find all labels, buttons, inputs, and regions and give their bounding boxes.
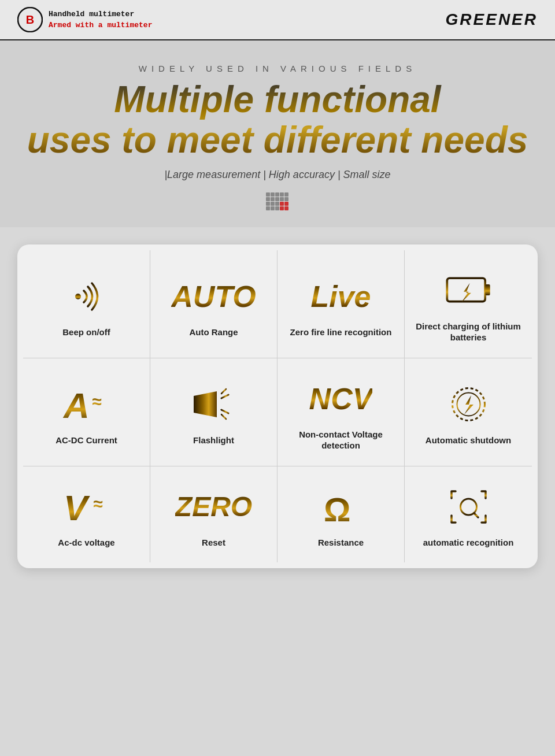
flashlight-icon	[188, 381, 240, 428]
feature-auto-shutdown: Automatic shutdown	[405, 358, 532, 466]
feature-flashlight-label: Flashlight	[193, 435, 234, 446]
svg-text:≈: ≈	[92, 392, 102, 411]
svg-line-18	[474, 513, 478, 517]
svg-text:V: V	[64, 488, 90, 527]
acdc-current-icon: A ≈	[61, 381, 113, 428]
logo-icon: B	[17, 7, 43, 32]
hero-subtitle: WIDELY USED IN VARIOUS FIELDS	[12, 64, 543, 73]
feature-ncv-label: Non-contact Voltage detection	[286, 429, 395, 451]
resistance-icon: Ω	[319, 484, 362, 530]
svg-line-10	[221, 389, 226, 394]
features-card: Beep on/off AUTO Auto Range Live Zero fi…	[17, 244, 538, 569]
svg-text:Ω: Ω	[324, 491, 351, 527]
header-tagline: Handheld multimeter Armed with a multime…	[49, 9, 152, 31]
svg-line-11	[221, 414, 226, 419]
svg-point-2	[75, 294, 81, 299]
acdc-voltage-icon: V ≈	[61, 484, 113, 530]
feature-auto-recog-label: automatic recognition	[423, 537, 514, 549]
header: B Handheld multimeter Armed with a multi…	[0, 0, 555, 40]
svg-text:B: B	[26, 13, 34, 26]
feature-battery: Direct charging of lithium batteries	[405, 250, 532, 358]
feature-battery-label: Direct charging of lithium batteries	[413, 321, 523, 343]
feature-acdc-current-label: AC-DC Current	[56, 435, 117, 446]
header-left: B Handheld multimeter Armed with a multi…	[17, 7, 152, 32]
hero-tagline: |Large measurement | High accuracy | Sma…	[12, 169, 543, 181]
feature-flashlight: Flashlight	[150, 358, 278, 466]
hero-section: WIDELY USED IN VARIOUS FIELDS Multiple f…	[0, 40, 555, 227]
feature-live: Live Zero fire line recognition	[278, 250, 405, 358]
feature-acdc-voltage-label: Ac-dc voltage	[58, 537, 114, 549]
svg-text:A: A	[62, 386, 90, 425]
feature-auto-shutdown-label: Automatic shutdown	[426, 435, 511, 446]
feature-beep-label: Beep on/off	[62, 327, 110, 338]
feature-resistance-label: Resistance	[318, 537, 364, 549]
feature-live-label: Zero fire line recognition	[290, 327, 392, 338]
feature-auto-range-label: Auto Range	[189, 327, 238, 338]
beep-icon	[66, 273, 107, 320]
feature-auto-range: AUTO Auto Range	[150, 250, 278, 358]
svg-text:≈: ≈	[93, 494, 103, 513]
auto-range-icon: AUTO	[171, 273, 256, 320]
feature-ncv: NCV Non-contact Voltage detection	[278, 358, 405, 466]
grid-decoration	[266, 192, 289, 216]
feature-beep: Beep on/off	[23, 250, 150, 358]
brand-name: GREENER	[446, 10, 538, 29]
ncv-icon: NCV	[309, 376, 373, 422]
battery-icon	[444, 268, 493, 314]
svg-line-9	[221, 410, 228, 413]
features-grid: Beep on/off AUTO Auto Range Live Zero fi…	[23, 250, 532, 563]
feature-auto-recog: automatic recognition	[405, 466, 532, 563]
reset-icon: ZERO	[175, 484, 252, 530]
feature-reset: ZERO Reset	[150, 466, 278, 563]
auto-recog-icon	[447, 484, 490, 530]
live-icon: Live	[310, 273, 371, 320]
feature-acdc-current: A ≈ AC-DC Current	[23, 358, 150, 466]
feature-acdc-voltage: V ≈ Ac-dc voltage	[23, 466, 150, 563]
feature-resistance: Ω Resistance	[278, 466, 405, 563]
feature-reset-label: Reset	[202, 537, 225, 549]
auto-shutdown-icon	[447, 381, 490, 428]
svg-line-8	[221, 395, 228, 398]
hero-title: Multiple functional uses to meet differe…	[12, 79, 543, 161]
svg-rect-4	[485, 284, 490, 295]
